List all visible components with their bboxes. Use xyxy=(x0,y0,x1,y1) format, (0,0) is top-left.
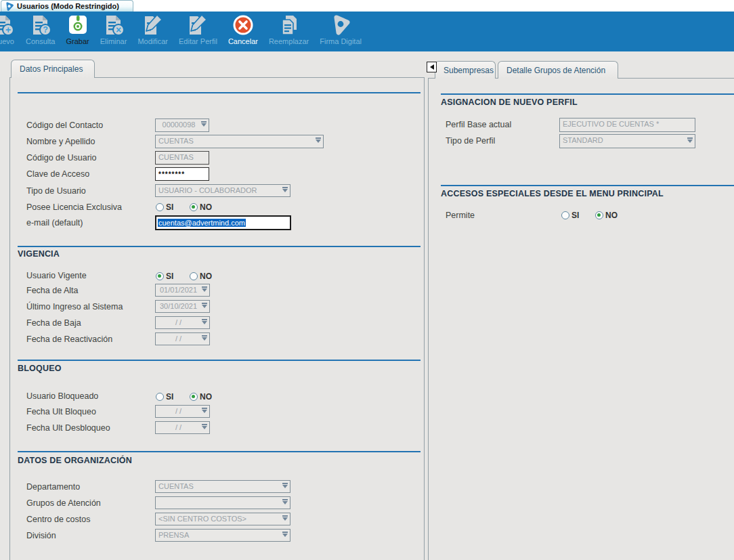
consulta-button[interactable]: ? Consulta xyxy=(20,12,60,51)
tab-detalle-grupos[interactable]: Detalle Grupos de Atención xyxy=(498,61,618,79)
usuario-bloqueado-label: Usuario Bloqueado xyxy=(26,391,98,401)
tab-subempresas[interactable]: Subempresas xyxy=(435,61,496,79)
chevron-down-icon xyxy=(282,501,288,504)
departamento-combo[interactable]: CUENTAS xyxy=(155,480,290,493)
perfil-panel: ASIGNACION DE NUEVO PERFIL Perfil Base a… xyxy=(428,78,734,560)
fecha-ult-bloqueo-label: Fecha Ult Bloqueo xyxy=(26,407,96,416)
digital-signature-icon xyxy=(329,14,352,37)
radio-icon[interactable] xyxy=(561,211,569,219)
tab-datos-principales-label: Datos Principales xyxy=(20,64,83,74)
chevron-down-icon xyxy=(201,123,207,127)
clave-acceso-label: Clave de Acceso xyxy=(26,169,89,179)
radio-selected-icon[interactable] xyxy=(190,203,198,211)
organizacion-heading: DATOS DE ORGANIZACIÓN xyxy=(18,456,132,465)
reemplazar-button[interactable]: Reemplazar xyxy=(263,12,314,51)
posee-licencia-no-label: NO xyxy=(200,202,212,212)
document-plus-icon: + xyxy=(0,14,15,37)
nuevo-label: Nuevo xyxy=(0,37,14,45)
fecha-alta-combo[interactable]: 01/01/2021 xyxy=(155,284,210,297)
nombre-apellido-combo[interactable]: CUENTAS xyxy=(155,135,324,148)
permite-si-label: SI xyxy=(571,211,579,220)
codigo-contacto-value: 00000098 xyxy=(163,121,196,129)
posee-licencia-si-radio[interactable]: SI xyxy=(156,202,173,212)
centro-costos-combo[interactable]: <SIN CENTRO COSTOS> xyxy=(155,513,290,525)
radio-selected-icon[interactable] xyxy=(190,393,198,401)
asignacion-heading: ASIGNACION DE NUEVO PERFIL xyxy=(441,98,578,107)
codigo-usuario-input[interactable]: CUENTAS xyxy=(155,151,209,165)
radio-icon[interactable] xyxy=(156,203,164,211)
usuario-vigente-no-radio[interactable]: NO xyxy=(190,272,212,281)
content-area: Datos Principales Código del Contacto 00… xyxy=(0,51,734,560)
fecha-ult-desbloqueo-combo[interactable]: / / xyxy=(155,421,210,434)
centro-costos-label: Centro de costos xyxy=(26,515,91,524)
permite-no-radio[interactable]: NO xyxy=(595,211,618,220)
permite-si-radio[interactable]: SI xyxy=(561,211,579,220)
email-label: e-mail (default) xyxy=(26,218,83,228)
codigo-contacto-combo[interactable]: 00000098 xyxy=(155,119,209,132)
collapse-panel-button[interactable] xyxy=(427,62,437,72)
firma-digital-label: Firma Digital xyxy=(320,37,362,45)
usuario-vigente-si-radio[interactable]: SI xyxy=(156,272,173,281)
radio-icon[interactable] xyxy=(190,272,198,280)
reemplazar-label: Reemplazar xyxy=(269,37,309,45)
perfil-base-input[interactable]: EJECUTIVO DE CUENTAS * xyxy=(559,118,695,132)
eliminar-button[interactable]: × Eliminar xyxy=(95,12,133,51)
bloqueo-heading: BLOQUEO xyxy=(18,364,62,373)
radio-icon[interactable] xyxy=(156,393,164,401)
window-tab[interactable]: Usuarios (Modo Restringido) xyxy=(1,0,133,12)
nombre-apellido-label: Nombre y Apellido xyxy=(26,137,95,146)
posee-licencia-no-radio[interactable]: NO xyxy=(190,202,212,212)
toolbar: + Nuevo ? Consulta xyxy=(0,12,734,51)
radio-selected-icon[interactable] xyxy=(595,211,603,219)
email-input[interactable]: cuentas@advertmind.com xyxy=(155,215,291,230)
usuario-vigente-label: Usuario Vigente xyxy=(26,271,87,280)
grupos-atencion-combo[interactable] xyxy=(155,496,290,509)
usuario-vigente-no-label: NO xyxy=(200,272,212,281)
fecha-reactivacion-label: Fecha de Reactivación xyxy=(26,335,112,344)
usuario-bloqueado-si-label: SI xyxy=(166,392,173,402)
tipo-usuario-combo[interactable]: USUARIO - COLABORADOR xyxy=(155,184,290,197)
modificar-button[interactable]: Modificar xyxy=(132,12,173,51)
grabar-label: Grabar xyxy=(66,37,89,45)
separator-line xyxy=(18,246,420,247)
firma-digital-button[interactable]: Firma Digital xyxy=(314,12,367,51)
document-delete-icon: × xyxy=(102,14,125,37)
fecha-ult-bloqueo-combo[interactable]: / / xyxy=(155,405,210,418)
consulta-label: Consulta xyxy=(26,37,55,45)
ultimo-ingreso-value: 30/10/2021 xyxy=(160,302,197,310)
usuario-bloqueado-no-radio[interactable]: NO xyxy=(190,392,212,402)
chevron-down-icon xyxy=(282,534,288,537)
usuario-bloqueado-si-radio[interactable]: SI xyxy=(156,392,173,402)
clave-acceso-input[interactable]: ******** xyxy=(155,167,209,181)
cancelar-button[interactable]: Cancelar xyxy=(223,12,263,51)
chevron-down-icon xyxy=(202,426,207,429)
perfil-base-value: EJECUTIVO DE CUENTAS * xyxy=(563,120,659,128)
accesos-heading: ACCESOS ESPECIALES DESDE EL MENU PRINCIP… xyxy=(441,189,664,198)
chevron-down-icon xyxy=(202,410,207,413)
separator-line xyxy=(441,185,734,186)
fecha-baja-combo[interactable]: / / xyxy=(155,316,210,329)
separator-line xyxy=(18,360,420,361)
radio-selected-icon[interactable] xyxy=(156,272,164,280)
tab-detalle-grupos-label: Detalle Grupos de Atención xyxy=(506,66,605,75)
grabar-button[interactable]: Grabar xyxy=(60,12,94,51)
division-combo[interactable]: PRENSA xyxy=(155,529,290,542)
ultimo-ingreso-combo[interactable]: 30/10/2021 xyxy=(155,300,210,313)
nombre-apellido-value: CUENTAS xyxy=(158,137,194,145)
fecha-reactivacion-combo[interactable]: / / xyxy=(155,332,210,345)
tipo-perfil-value: STANDARD xyxy=(563,136,603,144)
codigo-usuario-value: CUENTAS xyxy=(158,153,194,161)
cancelar-label: Cancelar xyxy=(228,37,258,45)
tipo-usuario-label: Tipo de Usuario xyxy=(26,186,86,196)
tipo-perfil-combo[interactable]: STANDARD xyxy=(559,134,695,148)
svg-text:×: × xyxy=(115,24,121,35)
editar-perfil-button[interactable]: Editar Perfil xyxy=(173,12,223,51)
permite-label: Permite xyxy=(446,211,475,220)
tab-datos-principales[interactable]: Datos Principales xyxy=(11,60,95,78)
fecha-alta-value: 01/01/2021 xyxy=(160,286,197,294)
fecha-ult-desbloqueo-label: Fecha Ult Desbloqueo xyxy=(26,423,110,433)
chevron-down-icon xyxy=(687,139,693,143)
nuevo-button[interactable]: + Nuevo xyxy=(0,12,20,51)
arrow-left-icon xyxy=(427,64,434,70)
fecha-baja-value: / / xyxy=(175,318,181,326)
